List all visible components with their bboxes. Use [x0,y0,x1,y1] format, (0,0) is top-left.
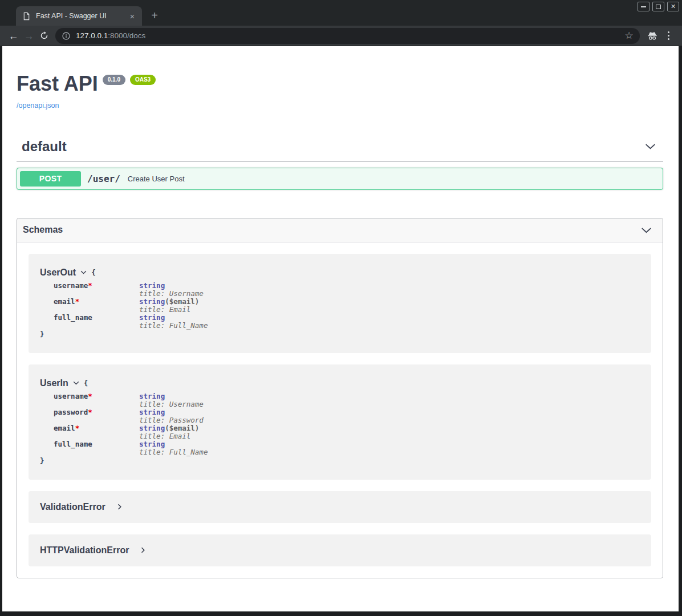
property-type: string [139,440,165,448]
property-name: full_name [54,313,92,322]
browser-menu-button[interactable] [660,28,676,44]
model-name[interactable]: UserOut [40,268,76,278]
incognito-icon [644,28,660,44]
url-text[interactable]: 127.0.0.1:8000/docs [76,31,145,40]
property-type: string [139,313,165,322]
property-name: email [54,297,75,306]
required-star: * [75,424,80,432]
new-tab-button[interactable]: + [147,8,162,23]
page-title: Fast API 0.1.0 OAS3 [17,72,663,95]
tab-title: Fast API - Swagger UI [36,12,127,20]
site-info-icon[interactable] [62,31,71,40]
property-name: email [54,424,75,432]
schemas-body: UserOut { username* string ti [17,242,663,578]
property-name: password [54,408,88,416]
model-validationerror: ValidationError [29,491,651,523]
property-row: full_name string title: Full_Name [40,314,640,330]
property-type: string [139,297,165,306]
chevron-right-icon[interactable] [139,546,147,554]
schemas-section: Schemas UserOut { [17,218,663,578]
page-content: Fast API 0.1.0 OAS3 /openapi.json defaul… [2,46,679,611]
maximize-button[interactable] [652,2,664,11]
property-row: username* string title: Username [40,392,640,408]
browser-window: Fast API - Swagger UI × + ✕ ← → 127.0.0.… [0,0,682,616]
chevron-down-icon[interactable] [72,379,80,387]
document-icon [22,12,31,21]
model-name[interactable]: UserIn [40,378,68,388]
required-star: * [75,297,80,306]
model-title-row: UserOut { [40,268,640,278]
schemas-title: Schemas [23,225,63,235]
property-title: title: Password [139,416,204,424]
bookmark-star-icon[interactable]: ☆ [622,31,636,40]
property-title: title: Full_Name [139,322,208,330]
titlebar: Fast API - Swagger UI × + ✕ [0,0,682,26]
model-properties: username* string title: Username email* … [40,282,640,330]
endpoint-path: /user/ [87,173,120,184]
address-bar[interactable]: 127.0.0.1:8000/docs ☆ [55,28,640,44]
model-title-row: UserIn { [40,378,640,388]
version-badge: 0.1.0 [103,75,125,85]
chevron-down-icon[interactable] [80,269,87,276]
maximize-icon [656,5,661,9]
model-name[interactable]: ValidationError [40,502,105,512]
property-row: full_name string title: Full_Name [40,440,640,456]
property-row: email* string($email) title: Email [40,298,640,314]
browser-tab[interactable]: Fast API - Swagger UI × [16,6,142,26]
property-type: string [139,408,165,416]
forward-button[interactable]: → [21,28,36,43]
property-format: ($email) [165,424,199,432]
model-properties: username* string title: Username passwor… [40,392,640,456]
close-button[interactable]: ✕ [667,2,679,11]
api-title-text: Fast API [17,72,98,95]
api-info: Fast API 0.1.0 OAS3 /openapi.json [17,72,663,110]
minimize-button[interactable] [638,2,649,11]
property-title: title: Email [139,432,199,440]
openapi-json-link[interactable]: /openapi.json [17,102,59,110]
open-brace: { [84,379,88,387]
reload-button[interactable] [36,28,52,43]
property-type: string [139,281,165,290]
tag-section-default[interactable]: default [17,139,663,162]
kebab-menu-icon [668,31,669,40]
model-name[interactable]: HTTPValidationError [40,545,129,556]
reload-icon [39,31,49,40]
schemas-header[interactable]: Schemas [17,218,663,242]
close-brace: } [40,456,640,465]
post-method-badge: POST [20,171,81,187]
property-name: username [54,281,88,290]
tag-default-title: default [22,139,67,155]
minimize-icon [641,6,646,7]
required-star: * [88,392,92,400]
chevron-down-icon[interactable] [640,224,652,236]
property-row: email* string($email) title: Email [40,424,640,440]
endpoint-post-user[interactable]: POST /user/ Create User Post [17,168,663,190]
swagger-ui: Fast API 0.1.0 OAS3 /openapi.json defaul… [2,72,679,578]
property-format: ($email) [165,297,199,306]
property-title: title: Username [139,400,204,408]
window-controls: ✕ [638,2,679,11]
model-httpvalidationerror: HTTPValidationError [29,534,651,566]
property-title: title: Email [139,306,199,314]
close-brace: } [40,330,640,338]
model-userout: UserOut { username* string ti [29,254,651,353]
property-row: username* string title: Username [40,282,640,298]
tab-close-icon[interactable]: × [127,12,137,21]
property-type: string [139,424,165,432]
open-brace: { [91,268,96,277]
url-path: :8000/docs [108,31,145,40]
property-row: password* string title: Password [40,408,640,424]
property-title: title: Full_Name [139,448,208,456]
chevron-down-icon[interactable] [644,140,656,152]
back-button[interactable]: ← [6,28,21,43]
property-name: username [54,392,88,400]
oas3-badge: OAS3 [130,75,156,85]
url-host: 127.0.0.1 [76,31,108,40]
chevron-right-icon[interactable] [116,503,123,510]
property-name: full_name [54,440,92,448]
required-star: * [88,408,92,416]
endpoint-summary: Create User Post [128,175,185,183]
browser-toolbar: ← → 127.0.0.1:8000/docs ☆ [0,26,682,46]
property-type: string [139,392,165,400]
required-star: * [88,281,92,290]
